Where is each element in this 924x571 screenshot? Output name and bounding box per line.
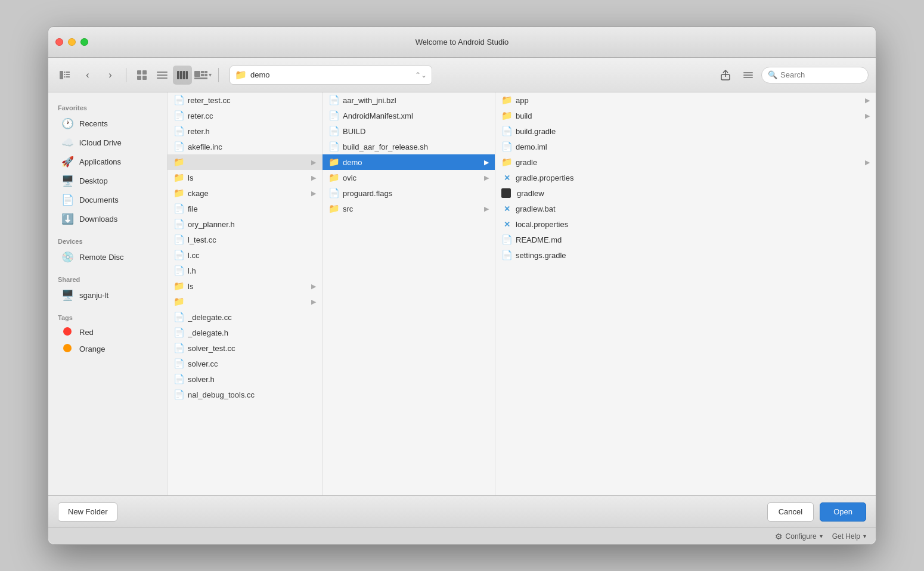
xml-file-icon: ✕: [501, 173, 512, 182]
back-button[interactable]: ‹: [78, 66, 97, 85]
list-view-button[interactable]: [153, 66, 172, 85]
file-icon: 📄: [501, 250, 512, 260]
maximize-button[interactable]: [80, 38, 88, 46]
search-input[interactable]: [780, 70, 858, 79]
list-item[interactable]: 📄 _delegate.h: [168, 325, 322, 340]
sidebar-item-label-tag-orange: Orange: [79, 345, 105, 353]
sidebar-item-sganju[interactable]: 🖥️ sganju-lt: [52, 286, 163, 305]
list-item[interactable]: 📁 build ▶: [495, 108, 876, 123]
separator-2: [218, 68, 219, 82]
file-name: app: [516, 96, 861, 105]
list-item[interactable]: 📁 ▶: [168, 294, 322, 309]
file-icon: 📄: [328, 141, 339, 152]
sidebar-item-desktop[interactable]: 🖥️ Desktop: [52, 172, 163, 190]
close-button[interactable]: [55, 38, 63, 46]
sidebar-item-recents[interactable]: 🕐 Recents: [52, 114, 163, 133]
svg-rect-15: [180, 71, 182, 79]
location-bar[interactable]: 📁 demo ⌃⌄: [230, 66, 432, 85]
file-name: demo.iml: [516, 142, 870, 151]
svg-rect-20: [204, 71, 207, 73]
column-view-button[interactable]: [173, 66, 192, 85]
list-item[interactable]: 📁 ovic ▶: [323, 170, 495, 185]
sidebar-item-remote-disc[interactable]: 💿 Remote Disc: [52, 248, 163, 266]
list-item[interactable]: 📄 settings.gradle: [495, 247, 876, 263]
icon-view-icon: [137, 70, 147, 80]
desktop-icon: 🖥️: [61, 175, 73, 187]
list-item[interactable]: 📁 src ▶: [323, 201, 495, 216]
list-item[interactable]: gradlew: [495, 185, 876, 201]
file-icon: 📄: [173, 389, 184, 400]
list-item[interactable]: 📁 ls ▶: [168, 278, 322, 294]
devices-label: Devices: [48, 233, 167, 247]
file-name-demo: demo: [343, 158, 480, 167]
file-name: nal_debug_tools.cc: [188, 390, 316, 399]
list-item-demo-selected[interactable]: 📁 demo ▶: [323, 154, 495, 170]
file-name: _delegate.h: [188, 328, 316, 337]
forward-button[interactable]: ›: [101, 66, 120, 85]
action-button[interactable]: [739, 66, 758, 85]
icon-view-button[interactable]: [132, 66, 151, 85]
list-item[interactable]: 📄 l.cc: [168, 247, 322, 263]
file-name: file: [188, 204, 316, 213]
list-item[interactable]: 📄 BUILD: [323, 123, 495, 139]
search-box[interactable]: 🔍: [761, 67, 869, 83]
list-item[interactable]: 📄 solver_test.cc: [168, 340, 322, 356]
list-item[interactable]: 📄 build_aar_for_release.sh: [323, 139, 495, 154]
sidebar-item-applications[interactable]: 🚀 Applications: [52, 153, 163, 171]
list-item[interactable]: 📄 solver.h: [168, 371, 322, 387]
file-name: gradlew: [517, 189, 870, 198]
file-name: aar_with_jni.bzl: [343, 96, 489, 105]
sidebar-item-tag-orange[interactable]: Orange: [52, 341, 163, 357]
file-name: proguard.flags: [343, 189, 489, 198]
toolbar: ‹ ›: [48, 58, 876, 92]
gallery-view-button[interactable]: ▾: [193, 66, 212, 85]
chevron-right-icon: ▶: [311, 283, 316, 290]
list-item[interactable]: ✕ gradlew.bat: [495, 201, 876, 216]
list-item[interactable]: 📄 akefile.inc: [168, 139, 322, 154]
cancel-button[interactable]: Cancel: [767, 502, 814, 522]
list-item[interactable]: 📁 ▶: [168, 154, 322, 170]
list-item[interactable]: ✕ local.properties: [495, 216, 876, 232]
gallery-view-icon: [194, 71, 207, 79]
list-item[interactable]: 📄 _delegate.cc: [168, 309, 322, 325]
list-item[interactable]: 📄 README.md: [495, 232, 876, 247]
sidebar-item-icloud[interactable]: ☁️ iCloud Drive: [52, 134, 163, 152]
sidebar-toggle-button[interactable]: [55, 66, 75, 85]
list-item[interactable]: 📁 ls ▶: [168, 170, 322, 185]
file-name: AndroidManifest.xml: [343, 111, 489, 120]
list-item[interactable]: ✕ gradle.properties: [495, 170, 876, 185]
list-item[interactable]: 📄 l.h: [168, 263, 322, 278]
new-folder-button[interactable]: New Folder: [58, 502, 117, 522]
list-item[interactable]: 📄 aar_with_jni.bzl: [323, 92, 495, 108]
file-name: ls: [188, 173, 308, 182]
list-item[interactable]: 📄 demo.iml: [495, 139, 876, 154]
get-help-item[interactable]: Get Help ▾: [832, 532, 866, 541]
list-item[interactable]: 📄 reter_test.cc: [168, 92, 322, 108]
list-item[interactable]: 📄 nal_debug_tools.cc: [168, 387, 322, 402]
open-button[interactable]: Open: [820, 502, 866, 522]
file-icon: 📄: [173, 110, 184, 121]
list-item[interactable]: 📄 solver.cc: [168, 356, 322, 371]
sidebar-item-downloads[interactable]: ⬇️ Downloads: [52, 210, 163, 228]
list-item[interactable]: 📁 gradle ▶: [495, 154, 876, 170]
tag-orange-icon: [61, 344, 73, 354]
list-item[interactable]: 📄 reter.cc: [168, 108, 322, 123]
list-item[interactable]: 📁 ckage ▶: [168, 185, 322, 201]
list-item[interactable]: 📄 proguard.flags: [323, 185, 495, 201]
minimize-button[interactable]: [68, 38, 76, 46]
share-button[interactable]: [716, 66, 735, 85]
list-item[interactable]: 📄 build.gradle: [495, 123, 876, 139]
list-item[interactable]: 📄 file: [168, 201, 322, 216]
folder-icon: 📁: [235, 69, 247, 80]
list-item[interactable]: 📄 AndroidManifest.xml: [323, 108, 495, 123]
list-item[interactable]: 📄 l_test.cc: [168, 232, 322, 247]
list-item[interactable]: 📄 reter.h: [168, 123, 322, 139]
list-item[interactable]: 📁 app ▶: [495, 92, 876, 108]
configure-item[interactable]: ⚙ Configure ▾: [775, 532, 823, 541]
gradlew-icon: [501, 188, 511, 198]
sidebar-item-tag-red[interactable]: Red: [52, 324, 163, 340]
sidebar-item-label-applications: Applications: [79, 157, 121, 166]
list-item[interactable]: 📄 ory_planner.h: [168, 216, 322, 232]
file-icon: 📄: [173, 343, 184, 353]
sidebar-item-documents[interactable]: 📄 Documents: [52, 191, 163, 209]
